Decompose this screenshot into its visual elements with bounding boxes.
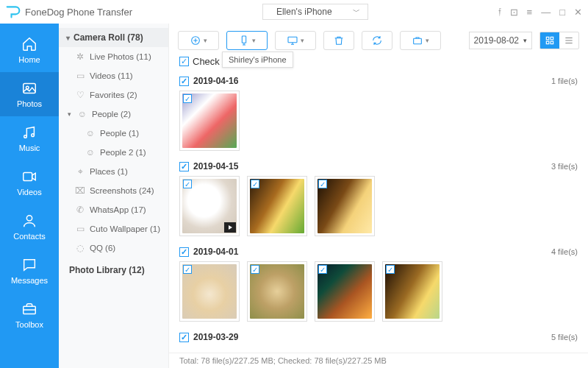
transfer-tooltip: Shirley's iPhone — [222, 52, 293, 68]
titlebar: FoneDog Phone Transfer Ellen's iPhone ﹀ … — [0, 0, 588, 24]
photo-thumbnail[interactable]: ✓ — [247, 261, 307, 322]
photo-thumbnail[interactable]: ✓ — [382, 261, 442, 322]
toolbox-button[interactable]: ▾ — [400, 31, 441, 50]
contacts-icon — [21, 213, 37, 229]
toolbar: ▾ ▾ ▾ ▾ 2019-08-02 ▾ — [169, 24, 588, 54]
menu-icon[interactable]: ≡ — [527, 7, 533, 18]
sidebar-item-label: Screenshots (24) — [90, 186, 154, 195]
thumbnail-checkbox[interactable]: ✓ — [386, 265, 395, 274]
maximize-icon[interactable]: □ — [559, 7, 565, 18]
minimize-icon[interactable]: — — [541, 7, 551, 18]
content-area: ▾ ▾ ▾ ▾ 2019-08-02 ▾ — [169, 24, 588, 368]
group-checkbox[interactable]: ✓ — [179, 333, 189, 342]
chevron-down-icon: ▾ — [426, 37, 429, 44]
close-icon[interactable]: ✕ — [574, 7, 582, 18]
thumbnail-checkbox[interactable]: ✓ — [183, 180, 192, 188]
thumbnail-checkbox[interactable]: ✓ — [251, 180, 259, 188]
svg-rect-13 — [546, 41, 549, 44]
status-bar: Total: 78 file(s)/227.25 MB; Checked: 78… — [169, 353, 588, 368]
toolbox-icon — [21, 301, 37, 317]
group-file-count: 4 file(s) — [551, 247, 578, 256]
group-file-count: 5 file(s) — [551, 333, 578, 342]
group-date: 2019-04-01 — [193, 247, 238, 257]
music-icon — [21, 124, 37, 141]
album-icon: ☺ — [85, 128, 96, 138]
album-icon: ⌖ — [75, 166, 85, 177]
sidebar-item[interactable]: ⌖Places (1) — [59, 162, 168, 181]
help-icon[interactable]: ⊡ — [510, 7, 518, 18]
date-group-header: ✓2019-04-161 file(s) — [179, 71, 578, 91]
photo-thumbnail[interactable]: ✓ — [179, 261, 240, 322]
svg-point-2 — [24, 135, 27, 138]
sidebar-item[interactable]: ▭Cuto Wallpaper (1) — [59, 219, 168, 238]
svg-rect-11 — [546, 37, 549, 40]
sidebar-item[interactable]: ✆WhatsApp (17) — [59, 200, 168, 219]
group-checkbox[interactable]: ✓ — [179, 77, 189, 86]
date-group-header: ✓2019-03-295 file(s) — [179, 328, 578, 347]
sidebar-item[interactable]: ▾☺People (2) — [59, 105, 168, 124]
thumbnail-checkbox[interactable]: ✓ — [251, 265, 259, 274]
nav-home[interactable]: Home — [0, 28, 59, 72]
sidebar-item-label: Videos (11) — [90, 71, 133, 80]
group-checkbox[interactable]: ✓ — [179, 162, 189, 171]
app-name: FoneDog Phone Transfer — [25, 7, 132, 18]
svg-point-3 — [32, 134, 35, 137]
nav-videos[interactable]: Videos — [0, 160, 59, 205]
sidebar-item[interactable]: ☺People 2 (1) — [59, 143, 168, 162]
refresh-icon — [371, 35, 383, 46]
sidebar-group-camera-roll[interactable]: ▾ Camera Roll (78) — [59, 28, 168, 47]
thumbnail-checkbox[interactable]: ✓ — [183, 265, 192, 274]
photo-thumbnail[interactable]: ✓ — [247, 176, 307, 236]
device-selector[interactable]: Ellen's iPhone ﹀ — [262, 4, 368, 20]
export-to-pc-button[interactable]: ▾ — [275, 31, 316, 50]
list-view-button[interactable] — [559, 32, 578, 49]
delete-button[interactable] — [323, 31, 354, 50]
sidebar-item[interactable]: ⌧Screenshots (24) — [59, 181, 168, 200]
group-date: 2019-04-15 — [193, 161, 238, 171]
svg-rect-4 — [24, 173, 32, 181]
album-icon: ✲ — [75, 52, 85, 62]
feedback-icon[interactable]: 𝔣 — [498, 6, 501, 18]
sidebar-item[interactable]: ▭Videos (11) — [59, 66, 168, 85]
caret-down-icon: ▾ — [523, 37, 527, 44]
thumbnail-row: ✓ — [179, 91, 578, 157]
transfer-to-device-button[interactable]: ▾ — [226, 31, 268, 50]
nav-photos[interactable]: Photos — [0, 72, 59, 116]
sidebar-item[interactable]: ◌QQ (6) — [59, 238, 168, 258]
svg-point-5 — [26, 216, 32, 221]
thumbnail-checkbox[interactable]: ✓ — [318, 265, 327, 274]
photo-groups-scroll[interactable]: ✓2019-04-161 file(s)✓✓2019-04-153 file(s… — [169, 71, 588, 353]
sidebar-item-label: Live Photos (11) — [90, 52, 151, 61]
group-checkbox[interactable]: ✓ — [179, 247, 189, 257]
add-button[interactable]: ▾ — [178, 31, 219, 50]
group-file-count: 1 file(s) — [551, 77, 578, 85]
check-all-checkbox[interactable]: ✓ — [179, 57, 189, 66]
thumbnail-checkbox[interactable]: ✓ — [318, 180, 327, 188]
thumbnail-checkbox[interactable]: ✓ — [183, 94, 192, 103]
album-icon: ⌧ — [75, 185, 85, 196]
sidebar-item[interactable]: ♡Favorites (2) — [59, 85, 168, 105]
sidebar-item[interactable]: ✲Live Photos (11) — [59, 47, 168, 66]
nav-music[interactable]: Music — [0, 116, 59, 160]
view-switcher — [539, 32, 579, 49]
monitor-icon — [287, 35, 298, 46]
plus-icon — [190, 35, 201, 46]
photo-thumbnail[interactable]: ✓ — [315, 176, 375, 236]
nav-toolbox[interactable]: Toolbox — [0, 293, 59, 337]
sidebar-item[interactable]: ☺People (1) — [59, 124, 168, 143]
home-icon — [21, 36, 37, 52]
thumbnail-row — [179, 347, 578, 353]
nav-messages[interactable]: Messages — [0, 249, 59, 293]
sidebar-photo-library[interactable]: Photo Library (12) — [59, 258, 168, 280]
photo-thumbnail[interactable]: ✓ — [179, 176, 240, 236]
album-icon: ▭ — [75, 71, 85, 81]
nav-contacts[interactable]: Contacts — [0, 205, 59, 249]
grid-view-button[interactable] — [540, 32, 559, 49]
photo-thumbnail[interactable]: ✓ — [179, 91, 240, 151]
photo-thumbnail[interactable]: ✓ — [315, 261, 375, 322]
refresh-button[interactable] — [362, 31, 392, 50]
svg-rect-8 — [242, 36, 245, 43]
group-file-count: 3 file(s) — [551, 162, 578, 171]
album-icon: ▭ — [75, 224, 85, 234]
date-filter[interactable]: 2019-08-02 ▾ — [469, 32, 532, 49]
